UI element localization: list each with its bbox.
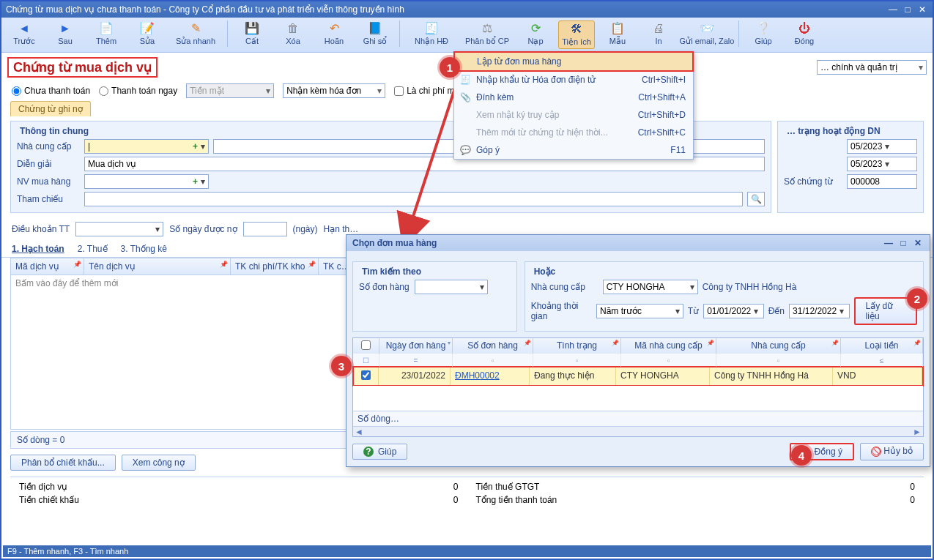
alloc-cost-button[interactable]: ⚖Phân bổ CP xyxy=(462,20,513,48)
pin-icon: 📌 xyxy=(612,340,619,346)
col-service-code[interactable]: Mã dịch vụ📌 xyxy=(11,258,84,275)
row-count: Số dòng = 0 xyxy=(17,435,64,445)
close-icon[interactable]: ✕ xyxy=(912,238,924,248)
terms-combo[interactable]: ▾ xyxy=(75,222,163,236)
view-mode-combo[interactable]: … chính và quản trị▾ xyxy=(817,60,927,75)
dlg-supplier-name: Công ty TNHH Hồng Hà xyxy=(703,282,797,292)
help-icon: ❔ xyxy=(756,22,771,35)
dlg-help-button[interactable]: ?Giúp xyxy=(352,444,407,460)
po-row[interactable]: 23/01/2022 ĐMH00002 Đang thực hiện CTY H… xyxy=(352,366,924,387)
power-icon: ⏻ xyxy=(798,22,810,35)
status-bar: F9 - Thêm nhanh, F3 - Tìm nhanh xyxy=(3,545,931,557)
prev-button[interactable]: ◄Trước xyxy=(6,20,42,48)
chevron-down-icon: ▾ xyxy=(690,282,694,292)
date1-input[interactable]: 05/2023▾ xyxy=(847,139,917,154)
arrow-right-icon[interactable]: ► xyxy=(913,427,922,436)
chevron-down-icon: ▾ xyxy=(201,141,205,152)
supplier-label: Nhà cung cấp xyxy=(17,141,80,152)
po-grid: Ngày đơn hàng▾ Số đơn hàng📌 Tình trạng📌 … xyxy=(352,337,924,437)
add-icon[interactable]: + xyxy=(193,141,198,152)
menu-create-from-po[interactable]: Lập từ đơn mua hàng xyxy=(453,51,694,72)
help-button[interactable]: ❔Giúp xyxy=(745,20,782,47)
row-check[interactable] xyxy=(361,370,371,380)
paid-now-radio[interactable]: Thanh toán ngay xyxy=(99,86,177,96)
quickedit-button[interactable]: ✎Sửa nhanh xyxy=(170,20,221,48)
col-curr[interactable]: Loại tiền📌 xyxy=(841,338,923,354)
view-debt-button[interactable]: Xem công nợ xyxy=(122,455,196,471)
col-no[interactable]: Số đơn hàng📌 xyxy=(453,338,533,354)
send-icon: 📨 xyxy=(700,22,714,35)
arrow-left-icon[interactable]: ◄ xyxy=(355,427,363,436)
date2-input[interactable]: 05/2023▾ xyxy=(847,157,917,171)
close-button[interactable]: ⏻Đóng xyxy=(786,20,823,47)
cell-status: Đang thực hiện xyxy=(530,367,616,385)
col-supcode[interactable]: Mã nhà cung cấp📌 xyxy=(621,338,716,354)
po-grid-filter-row[interactable]: ☐ = ▫ ▫ ▫ ▫ ≤ xyxy=(353,354,923,367)
close-icon[interactable]: ✕ xyxy=(916,4,928,15)
menu-new-from-current: Thêm mới từ chứng từ hiện thời...Ctrl+Sh… xyxy=(454,124,693,141)
dlg-cancel-button[interactable]: 🚫 Hủy bỏ xyxy=(860,443,924,460)
days-input[interactable] xyxy=(243,222,287,236)
annotation-badge-1: 1 xyxy=(440,57,460,78)
receive-invoice-combo[interactable]: Nhận kèm hóa đơn▾ xyxy=(283,83,385,98)
menu-import-einvoice[interactable]: 🧾Nhập khẩu từ Hóa đơn điện tửCtrl+Shift+… xyxy=(454,71,693,89)
next-button[interactable]: ►Sau xyxy=(47,20,84,47)
edit-button[interactable]: 📝Sửa xyxy=(129,20,166,48)
load-button[interactable]: ⟳Nạp xyxy=(517,20,554,48)
col-check[interactable] xyxy=(353,338,379,354)
maximize-icon[interactable]: □ xyxy=(902,4,913,15)
period-label: Khoảng thời gian xyxy=(531,301,592,321)
undo-button[interactable]: ↶Hoãn xyxy=(316,20,352,47)
dlg-supplier-combo[interactable]: CTY HONGHA▾ xyxy=(603,280,698,294)
buyer-input[interactable]: +▾ xyxy=(84,174,209,189)
print-button[interactable]: 🖨In xyxy=(640,20,677,47)
tab-tax[interactable]: 2. Thuế xyxy=(76,241,109,257)
save-icon: 💾 xyxy=(245,22,259,35)
debit-voucher-tab[interactable]: Chứng từ ghi nợ xyxy=(10,101,91,116)
pin-icon: 📌 xyxy=(73,261,81,268)
day-unit-label: (ngày) xyxy=(293,224,318,234)
template-button[interactable]: 📋Mẫu xyxy=(599,20,636,48)
or-fieldset: Hoặc Nhà cung cấp CTY HONGHA▾ Công ty TN… xyxy=(525,261,924,332)
receive-invoice-button[interactable]: 🧾Nhận HĐ xyxy=(406,20,457,48)
po-no-input[interactable]: ▾ xyxy=(415,280,488,294)
menu-feedback[interactable]: 💬Góp ýF11 xyxy=(454,141,693,159)
dialog-title: Chọn đơn mua hàng xyxy=(352,238,437,248)
unpaid-radio[interactable]: Chưa thanh toán xyxy=(12,86,90,96)
to-date-input[interactable]: 31/12/2022▾ xyxy=(789,304,850,318)
send-button[interactable]: 📨Gửi email, Zalo xyxy=(681,20,733,48)
pin-icon: 📌 xyxy=(831,340,839,346)
cell-curr: VND xyxy=(833,367,922,385)
add-icon[interactable]: + xyxy=(193,176,198,187)
col-date[interactable]: Ngày đơn hàng▾ xyxy=(379,338,453,354)
chat-icon: 💬 xyxy=(460,145,471,155)
dialog-body: Tìm kiếm theo Số đơn hàng▾ Hoặc Nhà cung… xyxy=(346,251,930,466)
from-date-input[interactable]: 01/01/2022▾ xyxy=(703,304,764,318)
period-combo[interactable]: Năm trước▾ xyxy=(596,304,683,318)
col-status[interactable]: Tình trạng📌 xyxy=(533,338,621,354)
utility-button[interactable]: 🛠Tiện ích xyxy=(558,20,595,49)
save-button[interactable]: 💾Cất xyxy=(234,20,270,48)
col-expense-acct[interactable]: TK chi phí/TK kho📌 xyxy=(231,258,319,275)
dialog-window-controls: — □ ✕ xyxy=(883,238,924,248)
main-toolbar: ◄Trước ►Sau 📄Thêm 📝Sửa ✎Sửa nhanh 💾Cất 🗑… xyxy=(1,18,933,53)
delete-button[interactable]: 🗑Xóa xyxy=(275,20,311,47)
tab-stats[interactable]: 3. Thống kê xyxy=(119,241,168,257)
add-button[interactable]: 📄Thêm xyxy=(88,20,125,47)
minimize-icon[interactable]: — xyxy=(887,4,899,15)
alloc-discount-button[interactable]: Phân bổ chiết khấu... xyxy=(10,455,116,471)
col-service-name[interactable]: Tên dịch vụ📌 xyxy=(84,258,231,275)
ref-search-button[interactable]: 🔍 xyxy=(747,192,765,206)
tab-posting[interactable]: 11. Hạch toán. Hạch toán xyxy=(10,241,66,257)
chevron-down-icon: ▾ xyxy=(840,306,844,316)
supplier-code-input[interactable]: |+▾ xyxy=(84,139,209,154)
menu-attach[interactable]: 📎Đính kèmCtrl+Shift+A xyxy=(454,89,693,106)
po-grid-scrollbar[interactable]: ◄► xyxy=(353,426,923,436)
doc-no-input[interactable]: 000008 xyxy=(847,174,917,189)
ref-input[interactable] xyxy=(84,192,743,206)
cell-no[interactable]: ĐMH00002 xyxy=(451,367,530,385)
post-button[interactable]: 📘Ghi sổ xyxy=(357,20,393,48)
col-sup[interactable]: Nhà cung cấp📌 xyxy=(716,338,841,354)
minimize-icon[interactable]: — xyxy=(883,238,894,248)
maximize-icon[interactable]: □ xyxy=(897,238,909,248)
